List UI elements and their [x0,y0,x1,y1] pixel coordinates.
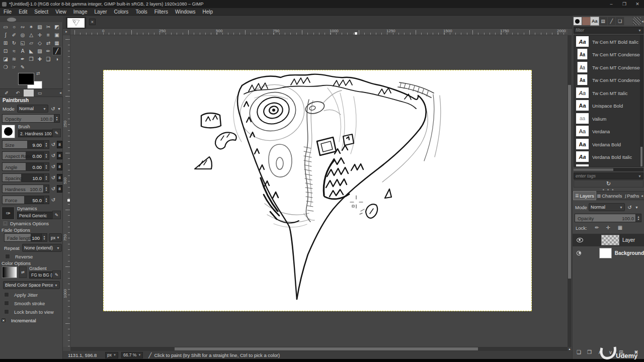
select-by-color-tool-icon[interactable]: ▧ [36,23,44,31]
cage-transform-tool-icon[interactable]: ▦ [53,39,61,47]
spacing-link-icon[interactable]: 8 [57,174,62,182]
eraser-tool-icon[interactable]: ◪ [2,55,10,63]
canvas-horizontal-scrollbar[interactable] [70,347,568,351]
perspective-tool-icon[interactable]: ◇ [36,39,44,47]
zoom-select[interactable]: 66.7 %▼ [121,352,143,358]
handle-transform-tool-icon[interactable]: ⊡ [2,47,10,55]
tab-layers[interactable]: ☰Layers [574,192,596,200]
blend-color-space-select[interactable]: Blend Color Space Percept...▼ [3,281,60,289]
font-list-item[interactable]: AaVerdana Bold [574,138,643,150]
image-tab[interactable] [66,17,86,29]
spinner-arrows-icon[interactable]: ▲▼ [41,234,47,241]
brush-thumbnail[interactable] [2,125,15,138]
navigation-preview-button[interactable]: ▴ [568,347,572,351]
visibility-eye-icon[interactable] [577,238,583,242]
measure-tool-icon[interactable]: △ [27,31,35,39]
brushes-tab-icon[interactable] [574,17,582,25]
dodge-burn-tool-icon[interactable]: ◑ [53,55,61,63]
brush-name-field[interactable]: 2. Hardness 100 [18,130,53,137]
font-list-item[interactable]: AaTw Cen MT Condensed, Bold [574,73,643,86]
tool-options-tab-icon[interactable]: ✐ [2,89,12,97]
spinner-arrows-icon[interactable]: ▲▼ [43,174,49,182]
size-reset-icon[interactable]: ↺ [50,141,56,148]
text-tool-icon[interactable]: A [19,47,27,55]
mode-select[interactable]: Normal▼ [17,105,48,113]
scrollbar-thumb[interactable] [574,168,613,171]
dock-menu-icon[interactable]: ◂ [641,19,643,24]
heal-tool-icon[interactable]: ✚ [36,55,44,63]
edit-brush-icon[interactable]: ✎ [52,129,61,137]
hardness-link-icon[interactable]: 8 [57,185,62,193]
foreground-color-swatch[interactable] [18,73,34,85]
fonts-tab[interactable]: Aa [591,17,599,25]
paths-tool-icon[interactable]: ʃ [2,31,10,39]
lock-brush-checkbox[interactable] [4,309,9,314]
font-filter-input[interactable]: filter ▼ [574,27,643,34]
angle-link-icon[interactable]: 8 [57,163,62,170]
aspect-reset-icon[interactable]: ↺ [50,152,56,159]
font-list-item[interactable]: AaVerdana [574,125,643,137]
angle-reset-icon[interactable]: ↺ [50,163,56,170]
spinner-arrows-icon[interactable]: ▲▼ [635,214,641,222]
font-list-scrollbar[interactable] [640,35,643,166]
document-history-tab-icon[interactable]: ▤ [599,17,607,25]
font-list-item[interactable] [574,163,643,167]
edit-gradient-icon[interactable]: ✎ [52,270,61,279]
gradient-tool-icon[interactable]: ▨ [36,47,44,55]
gradient-thumbnail[interactable] [2,266,17,278]
restore-button[interactable]: ❐ [618,0,631,8]
incremental-checkbox[interactable]: ✕ [1,318,6,323]
ink-tool-icon[interactable]: ✒ [19,55,27,63]
palettes-tab-icon[interactable]: ❏ [616,17,624,25]
layer-mode-chevron-icon[interactable]: ▼ [634,203,639,211]
layer-row[interactable]: Background [573,247,644,259]
font-list-item[interactable]: AaTw Cen MT Condensed Extra Bo [574,48,643,60]
dock-menu-icon[interactable]: ◂ [59,90,61,95]
layer-mode-select[interactable]: Normal▼ [589,203,625,211]
device-status-tab-icon[interactable]: ▭ [35,89,45,97]
clone-tool-icon[interactable]: ❐ [27,55,35,63]
ellipse-select-tool-icon[interactable]: ○ [10,23,18,31]
dynamics-name-field[interactable]: Pencil Generic [17,212,53,219]
layer-name[interactable]: Background [615,250,644,256]
font-list-item[interactable]: AaTw Cen MT Italic [574,86,643,99]
spacing-slider[interactable]: Spacing 10.0 ▲▼ [2,173,49,182]
dock-menu-icon[interactable]: ◂ [641,194,643,198]
size-link-icon[interactable]: 8 [57,141,62,148]
menu-layer[interactable]: Layer [91,8,110,15]
layer-thumbnail[interactable] [601,235,619,245]
font-list-item[interactable]: AaUnispace Bold [574,99,643,112]
spinner-arrows-icon[interactable]: ▲▼ [54,115,59,122]
active-dock-tab[interactable] [24,89,34,97]
rotate-tool-icon[interactable]: ↻ [10,39,18,47]
scrollbar-thumb[interactable] [175,347,478,350]
menu-tools[interactable]: Tools [132,8,150,15]
color-picker-tool-icon[interactable]: ✐ [10,31,18,39]
edit-dynamics-icon[interactable]: ✎ [52,211,61,219]
layer-row[interactable]: Layer [573,234,644,246]
visibility-eye-icon[interactable] [577,251,581,255]
dynamics-thumbnail[interactable]: ✑ [2,207,15,220]
tab-paths[interactable]: ʃPaths [623,192,640,200]
swap-colors-icon[interactable]: ⇄ [36,71,40,76]
patterns-tab-icon[interactable] [582,17,590,25]
canvas-viewport[interactable] [70,35,568,347]
layer-opacity-slider[interactable]: Opacity 100.0 ▲▼ [575,214,641,222]
warp-transform-tool-icon[interactable]: ≈ [10,47,18,55]
canvas-vertical-scrollbar[interactable] [568,35,572,347]
layer-thumbnail[interactable] [599,248,611,258]
font-list-horizontal-scrollbar[interactable] [574,168,643,171]
scrollbar-thumb[interactable] [640,147,642,167]
fuzzy-select-tool-icon[interactable]: ✶ [27,23,35,31]
new-layer-button[interactable]: ❏ [575,348,583,356]
perspective-clone-tool-icon[interactable]: ❑ [44,55,52,63]
mode-reset-icon[interactable]: ↺ [50,105,56,113]
angle-slider[interactable]: Angle 0.00 ▲▼ [2,162,49,171]
menu-help[interactable]: Help [199,8,217,15]
spinner-arrows-icon[interactable]: ▲▼ [43,185,49,193]
align-tool-icon[interactable]: ≡ [44,31,52,39]
lock-alpha-icon[interactable]: ▦ [616,224,624,231]
aspect-link-icon[interactable]: 8 [57,152,62,159]
spacing-reset-icon[interactable]: ↺ [50,174,56,182]
new-group-button[interactable]: ❐ [585,348,594,356]
